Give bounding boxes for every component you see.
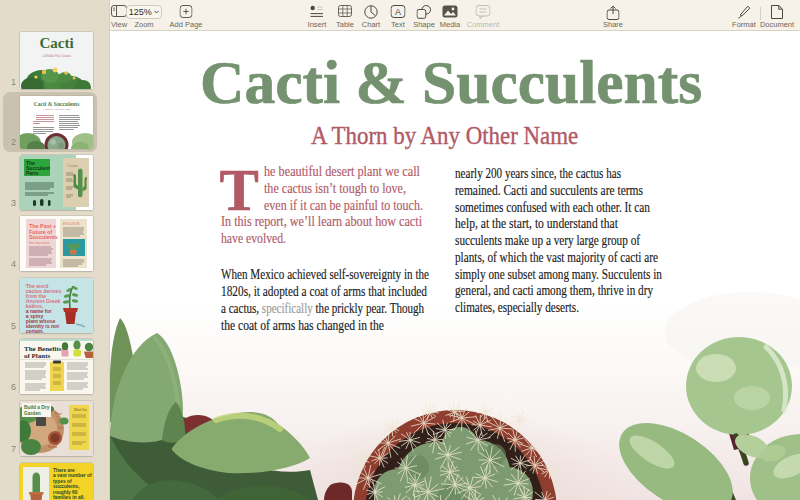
- svg-text:Build a Dry: Build a Dry: [24, 405, 50, 410]
- svg-text:EVOLUTION: EVOLUTION: [63, 222, 79, 226]
- svg-text:Parts: Parts: [26, 170, 39, 176]
- svg-text:Garden: Garden: [24, 411, 41, 416]
- svg-text:Cacti & Succulents: Cacti & Succulents: [34, 101, 81, 107]
- svg-text:Succulents: Succulents: [29, 234, 58, 240]
- svg-text:How they evolved: How they evolved: [29, 241, 50, 245]
- svg-text:A Prickle-Free Lesson: A Prickle-Free Lesson: [42, 54, 71, 58]
- svg-text:of Plants: of Plants: [24, 352, 51, 360]
- svg-text:Soil: Soil: [58, 426, 63, 430]
- svg-text:Cacti: Cacti: [39, 35, 73, 51]
- svg-text:What You: What You: [74, 408, 87, 412]
- svg-text:A Thorn by Any Other Name: A Thorn by Any Other Name: [43, 108, 71, 111]
- svg-text:Stones: Stones: [48, 445, 58, 449]
- svg-text:A: A: [395, 7, 401, 17]
- svg-text:Plant: Plant: [55, 412, 62, 416]
- svg-text:families in all.: families in all.: [53, 494, 85, 500]
- svg-text:certain.: certain.: [26, 328, 45, 333]
- svg-text:Cactus: Cactus: [67, 163, 78, 168]
